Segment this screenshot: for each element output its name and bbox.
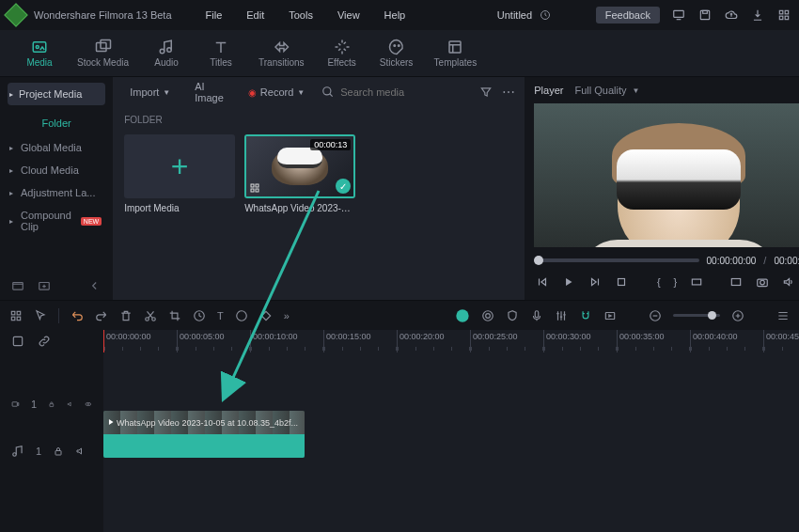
menu-tools[interactable]: Tools — [279, 6, 322, 24]
current-time: 00:00:00:00 — [707, 256, 757, 266]
seek-handle[interactable] — [534, 256, 543, 265]
mic-icon[interactable] — [530, 309, 543, 322]
record-dropdown[interactable]: ◉Record▼ — [241, 84, 312, 101]
tab-transitions[interactable]: Transitions — [249, 35, 314, 71]
arrange-icon[interactable] — [9, 309, 23, 322]
filter-icon[interactable] — [479, 86, 493, 99]
speed-icon[interactable] — [193, 309, 206, 322]
zoom-slider[interactable] — [673, 314, 720, 317]
color-icon[interactable] — [235, 309, 248, 322]
audio-track-header[interactable]: 1 — [0, 428, 103, 475]
mixer-icon[interactable] — [555, 309, 568, 322]
redo-icon[interactable] — [95, 309, 108, 322]
timeline-settings-icon[interactable] — [11, 335, 24, 348]
timeline-clip[interactable]: WhatsApp Video 2023-10-05 at 10.08.35_4b… — [103, 411, 305, 458]
titles-icon — [212, 39, 229, 55]
zoom-in-icon[interactable] — [731, 309, 744, 322]
svg-rect-41 — [535, 310, 539, 317]
sidebar-folder-label[interactable]: Folder — [0, 113, 113, 136]
magnet-icon[interactable] — [579, 309, 592, 322]
aspect-icon[interactable] — [690, 275, 703, 289]
mark-in-icon[interactable]: { — [657, 276, 661, 288]
tab-audio[interactable]: Audio — [140, 35, 193, 71]
player-viewport[interactable] — [534, 103, 799, 247]
crop-icon[interactable] — [168, 309, 181, 322]
feedback-button[interactable]: Feedback — [596, 7, 660, 23]
menu-edit[interactable]: Edit — [237, 6, 274, 24]
cursor-icon[interactable] — [34, 309, 47, 322]
timeline-tracks[interactable]: WhatsApp Video 2023-10-05 at 10.08.35_4b… — [103, 352, 799, 532]
mute-icon[interactable] — [75, 446, 86, 457]
import-dropdown[interactable]: Import▼ — [122, 84, 178, 101]
stop-icon[interactable] — [615, 275, 628, 289]
new-bin-icon[interactable] — [38, 279, 51, 292]
sidebar-item-cloud-media[interactable]: ▸Cloud Media — [0, 159, 113, 181]
zoom-out-icon[interactable] — [649, 309, 662, 322]
shield-icon[interactable] — [506, 309, 519, 322]
lock-icon[interactable] — [48, 399, 55, 410]
import-media-card[interactable]: + Import Media — [124, 134, 235, 218]
tab-stock-media[interactable]: Stock Media — [68, 35, 138, 71]
fullscreen-icon[interactable] — [729, 275, 743, 289]
menu-help[interactable]: Help — [375, 6, 415, 24]
menu-view[interactable]: View — [328, 6, 369, 24]
mute-icon[interactable] — [67, 399, 74, 410]
video-track-header[interactable]: 1 — [0, 381, 103, 428]
svg-rect-16 — [449, 41, 461, 53]
tab-effects[interactable]: Effects — [316, 35, 368, 71]
zoom-handle[interactable] — [708, 311, 716, 320]
sidebar-item-adjustment-layer[interactable]: ▸Adjustment La... — [0, 181, 113, 204]
media-panel: Import▼ AI Image ◉Record▼ ⋯ FOLDER + Imp… — [113, 77, 525, 300]
collapse-sidebar-icon[interactable] — [88, 279, 102, 292]
link-icon[interactable] — [38, 335, 51, 348]
apps-icon[interactable] — [776, 8, 791, 23]
player-label: Player — [534, 85, 563, 96]
next-frame-icon[interactable] — [588, 275, 602, 289]
svg-rect-47 — [50, 404, 54, 407]
menu-file[interactable]: File — [196, 6, 232, 24]
playhead[interactable] — [103, 330, 104, 352]
camera-icon[interactable] — [756, 275, 769, 289]
quality-selector[interactable]: Full Quality▼ — [574, 85, 639, 96]
prev-frame-icon[interactable] — [536, 275, 549, 289]
mark-out-icon[interactable]: } — [674, 276, 678, 288]
seek-track[interactable] — [534, 258, 698, 262]
tab-templates[interactable]: Templates — [425, 35, 487, 71]
sidebar-item-project-media[interactable]: ▸ Project Media — [8, 83, 105, 105]
sidebar-item-global-media[interactable]: ▸Global Media — [0, 136, 113, 159]
svg-rect-3 — [703, 10, 708, 13]
cut-icon[interactable] — [144, 309, 157, 322]
more-tools-icon[interactable]: » — [284, 310, 290, 321]
more-icon[interactable]: ⋯ — [502, 85, 515, 100]
tab-titles[interactable]: Titles — [195, 35, 247, 71]
svg-rect-7 — [785, 16, 789, 20]
tab-stickers[interactable]: Stickers — [370, 35, 423, 71]
time-divider: / — [763, 255, 766, 266]
sidebar-item-compound-clip[interactable]: ▸Compound ClipNEW — [0, 204, 113, 238]
export-icon[interactable] — [750, 8, 765, 23]
delete-icon[interactable] — [119, 309, 133, 322]
search-media-input[interactable] — [340, 86, 470, 98]
text-icon[interactable]: T — [217, 310, 224, 321]
desktop-icon[interactable] — [671, 8, 686, 23]
top-right-controls: Feedback — [596, 7, 791, 23]
render-icon[interactable] — [603, 309, 617, 322]
tab-media[interactable]: Media — [13, 35, 66, 71]
play-icon[interactable] — [562, 275, 575, 289]
keyframe-icon[interactable] — [259, 309, 273, 322]
record-button[interactable] — [455, 308, 470, 323]
new-folder-icon[interactable] — [11, 279, 24, 292]
timeline-ruler[interactable]: 00:00:00:00 00:00:05:00 00:00:10:00 00:0… — [103, 330, 799, 352]
list-view-icon[interactable] — [776, 309, 790, 322]
cloud-upload-icon[interactable] — [724, 8, 739, 23]
volume-icon[interactable] — [782, 275, 795, 289]
svg-rect-46 — [12, 402, 17, 406]
visibility-icon[interactable] — [85, 399, 92, 410]
media-clip-card[interactable]: 00:00:13 ✓ WhatsApp Video 2023-10-05... — [244, 134, 355, 218]
lock-icon[interactable] — [53, 446, 64, 457]
ai-image-button[interactable]: AI Image — [187, 78, 231, 106]
marker-icon[interactable] — [481, 309, 494, 322]
svg-point-29 — [760, 280, 765, 285]
undo-icon[interactable] — [70, 309, 84, 322]
save-icon[interactable] — [697, 8, 713, 23]
